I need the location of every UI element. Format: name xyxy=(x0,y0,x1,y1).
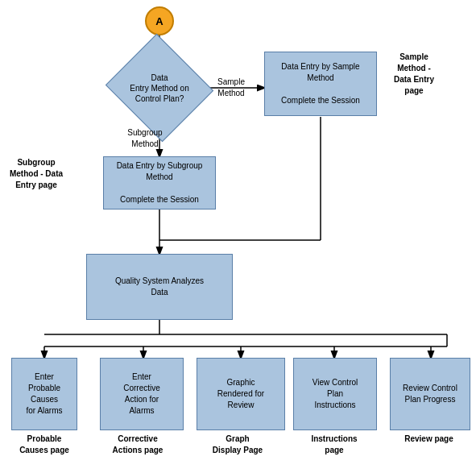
corrective-actions-page-label: Corrective Actions page xyxy=(93,434,182,456)
subgroup-side-label: Subgroup Method - Data Entry page xyxy=(0,157,72,191)
diamond-label: Data Entry Method on Control Plan? xyxy=(128,71,190,106)
probable-causes-box: Enter Probable Causes for Alarms xyxy=(11,358,77,430)
subgroup-entry-box: Data Entry by Subgroup Method Complete t… xyxy=(103,156,216,210)
review-control-plan-box: Review Control Plan Progress xyxy=(390,358,470,430)
analyze-box: Quality System Analyzes Data xyxy=(86,254,233,320)
control-plan-instructions-box: View Control Plan Instructions xyxy=(293,358,377,430)
graph-display-page-label: Graph Display Page xyxy=(193,434,282,456)
instructions-page-label: Instructions page xyxy=(290,434,379,456)
start-node: A xyxy=(145,6,174,35)
flowchart-diagram: A Data Entry Method on Control Plan? Sam… xyxy=(0,0,476,473)
probable-causes-page-label: Probable Causes page xyxy=(6,434,82,456)
review-page-label: Review page xyxy=(387,434,471,445)
subgroup-method-label: Subgroup Method xyxy=(121,127,169,150)
sample-entry-box: Data Entry by Sample Method Complete the… xyxy=(264,52,377,116)
decision-diamond: Data Entry Method on Control Plan? xyxy=(119,52,200,124)
corrective-action-box: Enter Corrective Action for Alarms xyxy=(100,358,184,430)
sample-side-label: Sample Method - Data Entry page xyxy=(382,52,446,97)
graphic-rendered-box: Graphic Rendered for Review xyxy=(197,358,285,430)
sample-method-label: Sample Method xyxy=(203,77,259,99)
